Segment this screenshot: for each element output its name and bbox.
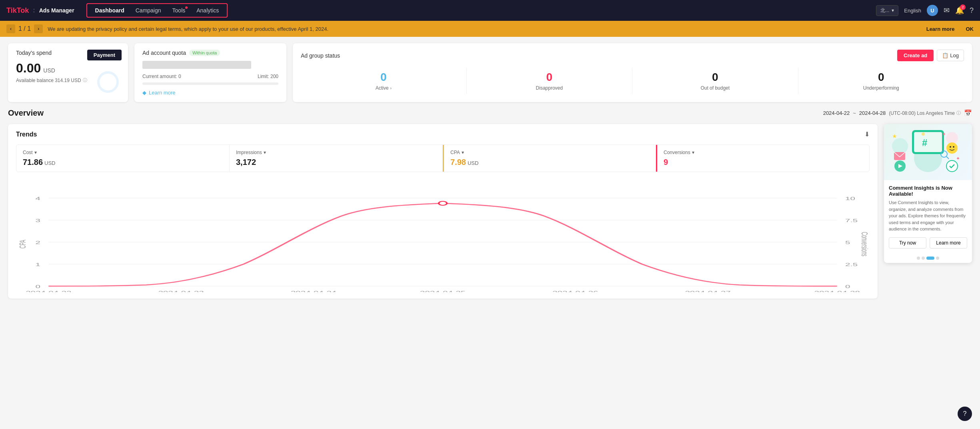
illustration-svg: # ★ ✦: [888, 126, 968, 178]
status-title: Ad group status: [301, 52, 340, 59]
dot-3-active[interactable]: [926, 257, 934, 260]
create-ad-button[interactable]: Create ad: [897, 50, 934, 61]
nav-item-analytics[interactable]: Analytics: [192, 6, 224, 15]
banner-next-button[interactable]: ›: [34, 24, 43, 33]
date-from[interactable]: 2024-04-22: [823, 110, 850, 116]
tools-dot: [185, 6, 188, 9]
banner-learn-more[interactable]: Learn more: [926, 26, 955, 32]
spend-progress-circle: [96, 70, 120, 94]
nav-item-dashboard[interactable]: Dashboard: [90, 6, 129, 15]
spend-currency: USD: [43, 67, 55, 74]
messages-icon[interactable]: ✉: [944, 6, 950, 15]
svg-text:3: 3: [36, 218, 41, 223]
announcement-banner: ‹ 1 / 1 › We are updating the privacy po…: [0, 21, 980, 37]
svg-point-27: [946, 132, 958, 144]
payment-button[interactable]: Payment: [87, 50, 122, 60]
svg-text:7.5: 7.5: [845, 218, 858, 223]
quota-blurred-info: [142, 61, 251, 69]
active-chevron-icon: ›: [390, 86, 391, 90]
timezone-info-icon[interactable]: ⓘ: [956, 110, 961, 116]
metric-box-impressions[interactable]: Impressions ▾ 3,172: [230, 145, 443, 172]
try-now-button[interactable]: Try now: [889, 237, 926, 249]
cpa-chevron-icon: ▾: [462, 150, 464, 155]
quota-learn-more[interactable]: ◆ Learn more: [142, 90, 278, 96]
budget-value: 0: [636, 71, 795, 84]
tiktok-logo: TikTok: [6, 6, 29, 15]
metric-active[interactable]: 0 Active ›: [301, 68, 467, 94]
notification-badge: 2: [960, 4, 966, 10]
svg-point-40: [946, 160, 958, 172]
quota-info: Current amount: 0 Limit: 200: [142, 74, 278, 79]
quota-progress-bar-bg: [142, 82, 278, 85]
svg-text:2024-04-26: 2024-04-26: [552, 290, 598, 292]
banner-prev-button[interactable]: ‹: [6, 24, 15, 33]
metric-box-conversions[interactable]: Conversions ▾ 9: [656, 145, 869, 172]
dot-2[interactable]: [922, 257, 925, 260]
spend-card: Today's spend Payment 0.00 USD Available…: [8, 43, 128, 102]
svg-text:10: 10: [845, 196, 855, 201]
trends-title: Trends: [16, 131, 37, 138]
svg-point-26: [892, 138, 908, 154]
svg-point-32: [946, 142, 958, 154]
side-panel-content: Comment Insights is Now Available! Use C…: [884, 180, 972, 253]
top-navigation: TikTok : Ads Manager Dashboard Campaign …: [0, 0, 980, 21]
calendar-icon[interactable]: 📅: [964, 109, 972, 117]
banner-page-indicator: 1 / 1: [18, 25, 31, 32]
conversions-chevron-icon: ▾: [692, 150, 694, 155]
side-panel-container: # ★ ✦: [884, 124, 972, 299]
nav-item-campaign[interactable]: Campaign: [131, 6, 166, 15]
side-panel-buttons: Try now Learn more: [889, 237, 967, 249]
chevron-down-icon: ▾: [892, 8, 894, 13]
cost-label: Cost ▾: [23, 150, 223, 155]
quota-status-badge: Within quota: [189, 50, 220, 56]
brand-subtitle: Ads Manager: [39, 7, 74, 14]
brand-logo: TikTok : Ads Manager: [6, 6, 74, 15]
svg-line-42: [946, 156, 949, 159]
log-button[interactable]: 📋 Log: [937, 50, 964, 61]
cost-value: 71.86USD: [23, 158, 223, 167]
language-selector[interactable]: English: [904, 8, 921, 14]
date-range: 2024-04-22 ~ 2024-04-28 (UTC-08:00) Los …: [823, 109, 972, 117]
avatar[interactable]: U: [927, 5, 938, 16]
nav-menu: Dashboard Campaign Tools Analytics: [86, 3, 228, 18]
status-header: Ad group status Create ad 📋 Log: [301, 50, 964, 61]
svg-text:#: #: [922, 137, 927, 148]
svg-text:5: 5: [845, 240, 850, 245]
ad-group-status-card: Ad group status Create ad 📋 Log 0 Active…: [293, 43, 972, 102]
svg-text:2024-04-25: 2024-04-25: [420, 290, 466, 292]
banner-ok-button[interactable]: OK: [966, 26, 974, 32]
overview-title: Overview: [8, 108, 44, 118]
dot-4[interactable]: [936, 257, 939, 260]
svg-text:Conversions: Conversions: [860, 232, 870, 256]
dot-1[interactable]: [917, 257, 920, 260]
notifications-icon[interactable]: 🔔2: [955, 6, 964, 15]
svg-text:CPA: CPA: [18, 240, 28, 249]
banner-message: We are updating the privacy policy and c…: [48, 26, 922, 32]
trends-section: Trends ⬇ Cost ▾ 71.86USD: [8, 124, 878, 299]
timezone-info: (UTC-08:00) Los Angeles Time ⓘ: [889, 110, 961, 116]
cpa-line: [48, 203, 837, 286]
balance-info-icon[interactable]: ⓘ: [83, 77, 87, 83]
cpa-label: CPA ▾: [450, 150, 649, 155]
side-panel-illustration: # ★ ✦: [884, 124, 972, 180]
nav-right: 北... ▾ English U ✉ 🔔2 ?: [876, 5, 974, 16]
main-content: Today's spend Payment 0.00 USD Available…: [0, 37, 980, 305]
metric-box-cost[interactable]: Cost ▾ 71.86USD: [16, 145, 230, 172]
date-to[interactable]: 2024-04-28: [859, 110, 886, 116]
status-metrics: 0 Active › 0 Disapproved 0 Out of budget…: [301, 68, 964, 94]
nav-item-tools[interactable]: Tools: [168, 6, 190, 15]
trends-metrics-row: Cost ▾ 71.86USD Impressions ▾ 3,172: [16, 144, 870, 172]
svg-text:1: 1: [36, 262, 40, 267]
svg-text:2024-04-27: 2024-04-27: [685, 290, 730, 292]
metric-box-cpa[interactable]: CPA ▾ 7.98USD: [443, 145, 656, 172]
quota-card: Ad account quota Within quota Current am…: [134, 43, 286, 102]
date-separator: ~: [853, 110, 856, 116]
account-selector[interactable]: 北... ▾: [876, 5, 898, 16]
svg-text:2.5: 2.5: [845, 262, 858, 267]
svg-point-41: [941, 151, 947, 157]
side-panel-learn-more-button[interactable]: Learn more: [930, 237, 967, 249]
trends-header: Trends ⬇: [16, 130, 870, 138]
metric-underperforming: 0 Underperforming: [798, 68, 964, 94]
download-icon[interactable]: ⬇: [864, 130, 870, 138]
help-icon[interactable]: ?: [970, 6, 974, 15]
